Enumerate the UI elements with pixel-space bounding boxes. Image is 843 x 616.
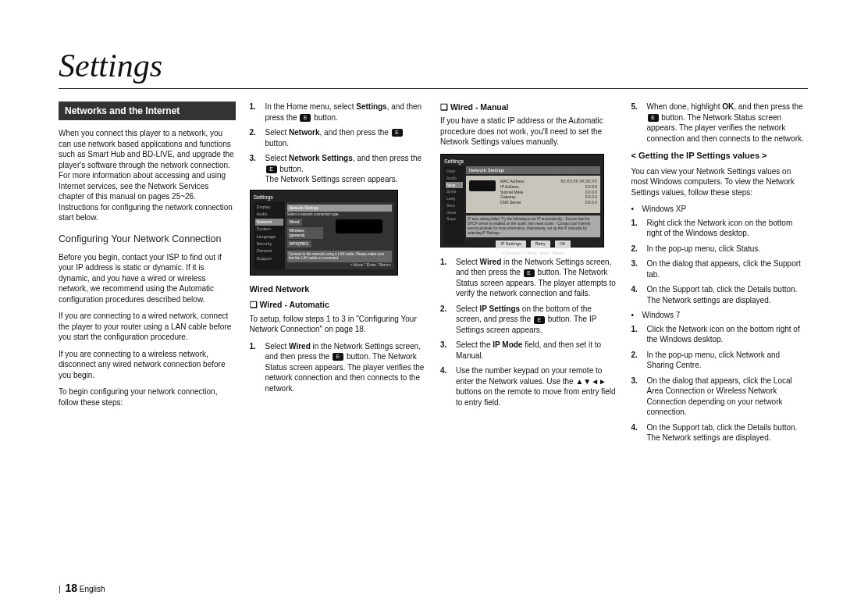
list-item: 2.In the pop-up menu, click Status. [631, 244, 809, 255]
enter-icon: E [648, 114, 659, 122]
paragraph: To begin configuring your network connec… [59, 386, 236, 408]
enter-icon: E [333, 353, 343, 361]
paragraph: If you are connecting to a wired network… [59, 311, 236, 343]
subhead-wired-network: Wired Network [250, 283, 427, 295]
ss-panel: Network Settings MAC AddressXX:XX:XX:XX:… [466, 166, 600, 256]
list-item: 1.Right click the Network icon on the bo… [631, 218, 809, 239]
ok-button: OK [555, 240, 571, 247]
column-4: 5. When done, highlight OK, and then pre… [631, 101, 809, 448]
list-item: 5. When done, highlight OK, and then pre… [631, 101, 809, 144]
footer-divider: | [59, 585, 61, 593]
paragraph: Before you begin, contact your ISP to fi… [59, 252, 236, 305]
enter-icon: E [534, 316, 545, 324]
subhead-configuring: Configuring Your Network Connection [59, 233, 236, 246]
ss-title: Settings [444, 158, 600, 165]
content-columns: Networks and the Internet When you conne… [59, 101, 808, 448]
section-banner: Networks and the Internet [59, 101, 236, 120]
router-icon [336, 219, 382, 233]
list-item: 1. In the Home menu, select Settings, an… [250, 101, 427, 123]
list-item: 3. Select Network Settings, and then pre… [250, 153, 427, 185]
subhead-getting-ip: < Getting the IP Settings values > [631, 150, 809, 162]
footer-language: English [80, 585, 105, 593]
column-2: 1. In the Home menu, select Settings, an… [250, 101, 427, 448]
os-bullet: Windows 7 [631, 310, 809, 321]
ip-settings-button: IP Settings [496, 240, 526, 247]
initial-steps: 1. In the Home menu, select Settings, an… [250, 101, 427, 185]
ss-sidebar: Displ Audio Netw Syste Lang Secu Gene Su… [444, 166, 464, 244]
ss-panel-title: Network Settings [466, 166, 600, 174]
subhead-wired-automatic: ❏ Wired - Automatic [250, 299, 427, 310]
page-title: Settings [59, 47, 808, 89]
list-item: 3.On the dialog that appears, click the … [631, 258, 809, 280]
manual-steps: 1. Select Wired in the Network Settings … [440, 257, 617, 408]
w7-steps: 1.Click the Network icon on the bottom r… [631, 324, 809, 443]
router-icon [469, 180, 496, 191]
paragraph: If you are connecting to a wireless netw… [59, 349, 236, 381]
os-bullet: Windows XP [631, 204, 809, 215]
list-item: 1. Select Wired in the Network Settings … [440, 257, 617, 299]
paragraph: To setup, follow steps 1 to 3 in "Config… [250, 314, 427, 335]
manual-page: Settings Networks and the Internet When … [0, 0, 843, 616]
subhead-wired-manual: ❏ Wired - Manual [440, 101, 617, 112]
paragraph: You can view your Network Settings value… [631, 166, 809, 198]
list-item: 1. Select Wired in the Network Settings … [250, 341, 427, 394]
enter-icon: E [300, 114, 311, 122]
enter-icon: E [524, 269, 535, 277]
ss-title: Settings [254, 194, 394, 201]
xp-steps: 1.Right click the Network icon on the bo… [631, 218, 809, 306]
list-item: 3. Select the IP Mode field, and then se… [440, 340, 617, 361]
ss-panel: Network Settings Select a network connec… [285, 202, 394, 269]
paragraph: If you have a static IP address or the A… [440, 116, 617, 148]
intro-paragraph: When you connect this player to a networ… [59, 128, 236, 223]
list-item: 2. Select Network, and then press the E … [250, 127, 427, 148]
list-item: 4.On the Support tab, click the Details … [631, 422, 809, 443]
list-item: 3.On the dialog that appears, click the … [631, 376, 809, 418]
network-settings-screenshot-2: Settings Displ Audio Netw Syste Lang Sec… [440, 154, 604, 247]
list-item: 4. Use the number keypad on your remote … [440, 365, 617, 408]
retry-button: Retry [531, 240, 550, 247]
page-footer: | 18 English [59, 582, 105, 594]
list-item: 1.Click the Network icon on the bottom r… [631, 324, 809, 345]
list-item: 2. Select IP Settings on the bottom of t… [440, 304, 617, 336]
column-1: Networks and the Internet When you conne… [59, 101, 236, 448]
manual-steps-cont: 5. When done, highlight OK, and then pre… [631, 101, 809, 144]
list-item: 4.On the Support tab, click the Details … [631, 284, 809, 305]
list-item: 2.In the pop-up menu, click Network and … [631, 350, 809, 371]
enter-icon: E [266, 166, 277, 173]
column-3: ❏ Wired - Manual If you have a static IP… [440, 101, 617, 448]
enter-icon: E [392, 129, 403, 137]
ss-panel-title: Network Settings [287, 205, 392, 212]
auto-steps: 1. Select Wired in the Network Settings … [250, 341, 427, 394]
ss-sidebar: Display Audio Network System Language Se… [254, 202, 285, 269]
page-number: 18 [65, 582, 77, 594]
network-settings-screenshot-1: Settings Display Audio Network System La… [250, 190, 398, 276]
